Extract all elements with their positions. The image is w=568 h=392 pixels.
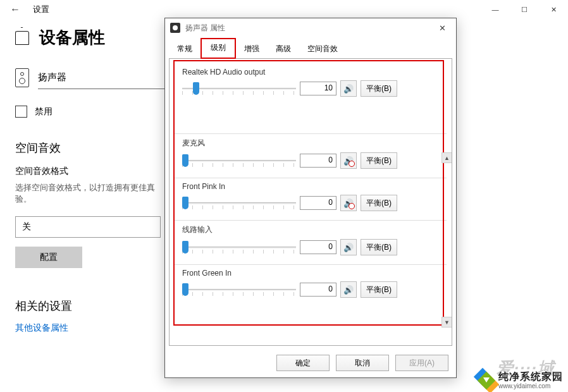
balance-button[interactable]: 平衡(B) <box>361 80 397 97</box>
disable-label: 禁用 <box>35 106 52 118</box>
volume-value[interactable]: 0 <box>300 283 336 297</box>
tab-panel: Realtek HD Audio output 10 🔊 平衡(B) 麦克风 0… <box>169 58 452 346</box>
tab-advanced[interactable]: 高级 <box>268 40 299 59</box>
channel-name: Front Pink In <box>182 182 439 191</box>
dialog-buttons: 确定 取消 应用(A) <box>165 350 456 377</box>
volume-slider[interactable] <box>182 154 296 167</box>
minimize-button[interactable]: — <box>481 0 510 19</box>
balance-button[interactable]: 平衡(B) <box>361 195 397 211</box>
volume-value[interactable]: 0 <box>300 154 336 168</box>
channel-name: 线路输入 <box>182 224 439 235</box>
spatial-description: 选择空间音效格式，以打造拥有更佳真验。 <box>15 182 161 205</box>
volume-value[interactable]: 10 <box>300 82 336 95</box>
scroll-up-icon[interactable]: ▲ <box>441 152 452 163</box>
channel-row: Front Pink In 0 平衡(B) <box>175 178 447 219</box>
volume-slider[interactable] <box>182 283 296 296</box>
ok-button[interactable]: 确定 <box>276 355 330 371</box>
tab-spatial[interactable]: 空间音效 <box>299 40 346 59</box>
channel-name: Realtek HD Audio output <box>182 68 439 77</box>
watermark-text: 纯净系统家园 <box>498 371 563 383</box>
cancel-button[interactable]: 取消 <box>336 355 389 371</box>
properties-dialog: 扬声器 属性 ✕ 常规 级别 增强 高级 空间音效 Realtek HD Aud… <box>164 18 457 378</box>
mute-button[interactable] <box>340 195 357 211</box>
spatial-dropdown[interactable]: 关 <box>15 216 161 238</box>
disable-checkbox[interactable] <box>15 106 27 118</box>
dialog-tabs: 常规 级别 增强 高级 空间音效 <box>165 40 456 59</box>
device-name-input[interactable]: 扬声器 <box>38 66 171 89</box>
config-button[interactable]: 配置 <box>15 247 82 268</box>
channel-row: 线路输入 0 🔊 平衡(B) <box>175 220 447 263</box>
channel-row: Front Green In 0 🔊 平衡(B) <box>175 264 447 305</box>
dialog-close-button[interactable]: ✕ <box>429 19 455 37</box>
channel-row: Realtek HD Audio output 10 🔊 平衡(B) <box>175 64 447 132</box>
balance-button[interactable]: 平衡(B) <box>361 239 397 255</box>
balance-button[interactable]: 平衡(B) <box>361 152 397 169</box>
volume-slider[interactable] <box>182 241 296 254</box>
mute-button[interactable]: 🔊 <box>340 239 357 255</box>
scroll-down-icon[interactable]: ▼ <box>441 317 452 328</box>
volume-value[interactable]: 0 <box>300 196 336 210</box>
dialog-title: 扬声器 属性 <box>185 23 429 34</box>
back-icon[interactable]: ← <box>10 4 25 15</box>
tab-general[interactable]: 常规 <box>169 40 201 59</box>
channel-row: 麦克风 0 平衡(B) <box>175 133 447 176</box>
apply-button[interactable]: 应用(A) <box>395 355 448 371</box>
window-title: 设置 <box>33 4 49 15</box>
dialog-icon <box>170 23 180 33</box>
balance-button[interactable]: 平衡(B) <box>361 281 397 298</box>
channel-name: 麦克风 <box>182 138 439 149</box>
home-icon[interactable] <box>15 31 29 45</box>
watermark-url: www.yidaimei.com <box>498 383 563 389</box>
dialog-titlebar: 扬声器 属性 ✕ <box>165 18 456 37</box>
mute-button[interactable]: 🔊 <box>340 80 357 97</box>
watermark-logo-icon <box>478 372 495 389</box>
main-titlebar: ← 设置 — ☐ ✕ <box>0 0 568 19</box>
tab-levels[interactable]: 级别 <box>201 38 236 59</box>
tab-enhance[interactable]: 增强 <box>236 40 268 59</box>
volume-slider[interactable] <box>182 197 296 209</box>
mute-button[interactable]: 🔊 <box>340 281 357 298</box>
speaker-icon <box>15 68 29 87</box>
close-button[interactable]: ✕ <box>539 0 568 19</box>
maximize-button[interactable]: ☐ <box>510 0 539 19</box>
volume-value[interactable]: 0 <box>300 240 336 254</box>
page-title: 设备属性 <box>39 27 105 49</box>
watermark: 纯净系统家园 www.yidaimei.com <box>478 371 563 389</box>
channel-name: Front Green In <box>182 269 439 278</box>
volume-slider[interactable] <box>182 82 296 95</box>
mute-button[interactable] <box>340 152 357 169</box>
